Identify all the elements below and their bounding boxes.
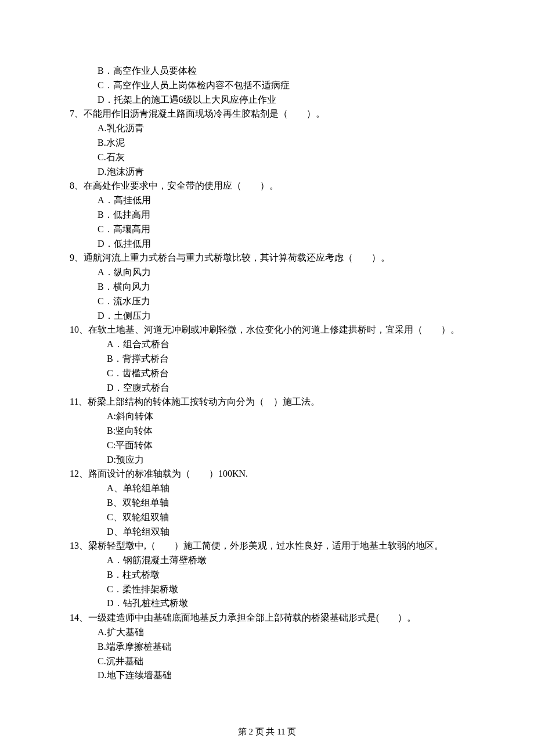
text-line: 11、桥梁上部结构的转体施工按转动方向分为（ ）施工法。 bbox=[70, 395, 464, 409]
text-line: 9、通航河流上重力式桥台与重力式桥墩比较，其计算荷载还应考虑（ ）。 bbox=[70, 251, 464, 265]
text-line: D．钻孔桩柱式桥墩 bbox=[70, 596, 464, 611]
text-line: B:竖向转体 bbox=[70, 424, 464, 438]
text-line: B．高空作业人员要体检 bbox=[70, 64, 464, 78]
page-footer: 第 2 页 共 11 页 bbox=[0, 725, 534, 739]
text-line: D．托架上的施工遇6级以上大风应停止作业 bbox=[70, 93, 464, 107]
text-line: A.乳化沥青 bbox=[70, 121, 464, 136]
document-body: B．高空作业人员要体检C．高空作业人员上岗体检内容不包括不适病症D．托架上的施工… bbox=[70, 64, 464, 683]
page-container: B．高空作业人员要体检C．高空作业人员上岗体检内容不包括不适病症D．托架上的施工… bbox=[0, 0, 534, 756]
text-line: C、双轮组双轴 bbox=[70, 510, 464, 525]
text-line: B．背撑式桥台 bbox=[70, 352, 464, 366]
text-line: A．组合式桥台 bbox=[70, 337, 464, 352]
text-line: C．高空作业人员上岗体检内容不包括不适病症 bbox=[70, 78, 464, 93]
text-line: 12、路面设计的标准轴载为（ ）100KN. bbox=[70, 467, 464, 481]
text-line: B．柱式桥墩 bbox=[70, 568, 464, 582]
text-line: A:斜向转体 bbox=[70, 409, 464, 424]
text-line: C．流水压力 bbox=[70, 294, 464, 309]
text-line: B.端承摩擦桩基础 bbox=[70, 640, 464, 654]
text-line: D、单轮组双轴 bbox=[70, 525, 464, 539]
text-line: C．柔性排架桥墩 bbox=[70, 582, 464, 597]
text-line: D．土侧压力 bbox=[70, 309, 464, 323]
text-line: 10、在软土地基、河道无冲刷或冲刷轻微，水位变化小的河道上修建拱桥时，宜采用（ … bbox=[70, 323, 464, 337]
text-line: A．高挂低用 bbox=[70, 193, 464, 208]
text-line: A、单轮组单轴 bbox=[70, 481, 464, 496]
text-line: D．空腹式桥台 bbox=[70, 381, 464, 395]
text-line: 13、梁桥轻型墩中,（ ）施工简便，外形美观，过水性良好，适用于地基土软弱的地区… bbox=[70, 539, 464, 553]
text-line: C:平面转体 bbox=[70, 438, 464, 453]
text-line: C．齿槛式桥台 bbox=[70, 366, 464, 381]
text-line: B．低挂高用 bbox=[70, 208, 464, 222]
text-line: D.地下连续墙基础 bbox=[70, 668, 464, 683]
text-line: D:预应力 bbox=[70, 453, 464, 467]
text-line: 14、一级建造师中由基础底面地基反力承担全部上部荷载的桥梁基础形式是( ）。 bbox=[70, 611, 464, 625]
text-line: 8、在高处作业要求中，安全带的使用应（ ）。 bbox=[70, 179, 464, 193]
text-line: B.水泥 bbox=[70, 136, 464, 150]
text-line: A．纵向风力 bbox=[70, 265, 464, 280]
text-line: D．低挂低用 bbox=[70, 237, 464, 251]
text-line: B．横向风力 bbox=[70, 280, 464, 294]
text-line: A.扩大基础 bbox=[70, 625, 464, 640]
text-line: 7、不能用作旧沥青混凝土路面现场冷再生胶粘剂是（ ）。 bbox=[70, 107, 464, 121]
text-line: A．钢筋混凝土薄壁桥墩 bbox=[70, 553, 464, 568]
text-line: C.石灰 bbox=[70, 150, 464, 165]
text-line: C．高壤高用 bbox=[70, 222, 464, 237]
text-line: D.泡沫沥青 bbox=[70, 165, 464, 179]
text-line: B、双轮组单轴 bbox=[70, 496, 464, 510]
text-line: C.沉井基础 bbox=[70, 654, 464, 669]
